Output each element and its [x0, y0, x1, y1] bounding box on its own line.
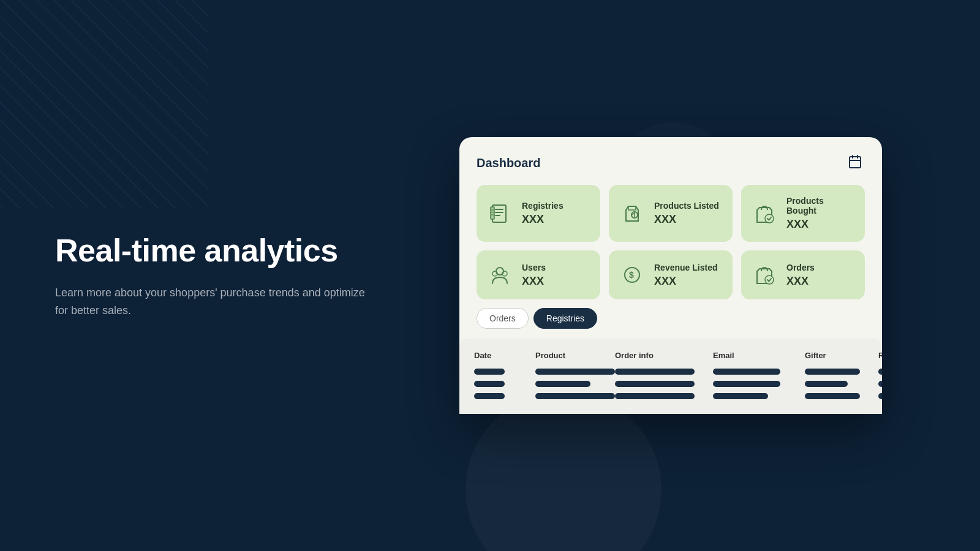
users-info: Users XXX [522, 263, 546, 288]
cell-gifter-2 [805, 381, 878, 387]
table-rows [472, 369, 870, 399]
products-listed-icon [619, 200, 646, 227]
stat-card-revenue-listed: $ Revenue Listed XXX [609, 250, 733, 299]
dashboard-container: Dashboard [459, 137, 882, 414]
subtitle: Learn more about your shoppers' purchase… [55, 284, 374, 320]
cell-orderinfo-1 [615, 369, 713, 375]
registries-label: Registries [522, 201, 564, 211]
table-row [472, 393, 870, 399]
table-row [472, 381, 870, 387]
products-bought-value: XXX [786, 218, 855, 231]
cell-date-1 [474, 369, 535, 375]
products-bought-label: Products Bought [786, 196, 855, 216]
bg-circle-1 [466, 392, 662, 551]
users-icon [486, 261, 513, 288]
cell-email-2 [713, 381, 805, 387]
revenue-listed-value: XXX [654, 275, 717, 288]
cell-gifter-1 [805, 369, 878, 375]
cell-orderinfo-2 [615, 381, 713, 387]
products-listed-label: Products Listed [654, 201, 719, 211]
col-header-date: Date [474, 351, 535, 360]
revenue-listed-icon: $ [619, 261, 646, 288]
cell-email-3 [713, 393, 805, 399]
bg-diagonal [0, 0, 208, 208]
stat-card-products-bought: Products Bought XXX [741, 185, 865, 242]
stats-grid-row1: Registries XXX Products Listed XXX [477, 185, 865, 242]
orders-icon [751, 261, 778, 288]
svg-point-13 [765, 214, 774, 223]
dashboard-title: Dashboard [477, 156, 540, 170]
cell-gifter-3 [805, 393, 878, 399]
cell-date-3 [474, 393, 535, 399]
svg-point-19 [765, 276, 774, 284]
revenue-listed-info: Revenue Listed XXX [654, 263, 717, 288]
products-listed-info: Products Listed XXX [654, 201, 719, 226]
svg-rect-0 [850, 157, 861, 168]
left-content: Real-time analytics Learn more about you… [55, 231, 374, 320]
stat-card-orders: Orders XXX [741, 250, 865, 299]
products-bought-icon [751, 200, 778, 227]
registries-icon [486, 200, 513, 227]
products-listed-value: XXX [654, 213, 719, 226]
orders-info: Orders XXX [786, 263, 815, 288]
col-header-registry: Registry [878, 351, 882, 360]
table-header-row: Date Product Order info Email Gifter Reg… [472, 351, 870, 360]
svg-rect-8 [491, 207, 494, 219]
stat-card-products-listed: Products Listed XXX [609, 185, 733, 242]
cell-registry-2 [878, 381, 882, 387]
col-header-order-info: Order info [615, 351, 713, 360]
cell-product-2 [535, 381, 615, 387]
users-value: XXX [522, 275, 546, 288]
cell-registry-1 [878, 369, 882, 375]
cell-registry-3 [878, 393, 882, 399]
col-header-gifter: Gifter [805, 351, 878, 360]
main-title: Real-time analytics [55, 231, 374, 269]
stat-card-users: Users XXX [477, 250, 600, 299]
cell-email-1 [713, 369, 805, 375]
dashboard-header: Dashboard [477, 154, 865, 171]
dashboard-card: Dashboard [459, 137, 882, 414]
cell-date-2 [474, 381, 535, 387]
revenue-listed-label: Revenue Listed [654, 263, 717, 272]
tabs-section: Orders Registries [477, 308, 865, 329]
cell-product-1 [535, 369, 615, 375]
col-header-email: Email [713, 351, 805, 360]
stats-grid-row2: Users XXX $ Revenue Listed XXX [477, 250, 865, 299]
table-wrapper: Date Product Order info Email Gifter Reg… [459, 339, 882, 414]
table-row [472, 369, 870, 375]
col-header-product: Product [535, 351, 615, 360]
cell-orderinfo-3 [615, 393, 713, 399]
cell-product-3 [535, 393, 615, 399]
registries-info: Registries XXX [522, 201, 564, 226]
products-bought-info: Products Bought XXX [786, 196, 855, 231]
svg-text:$: $ [629, 270, 634, 280]
users-label: Users [522, 263, 546, 272]
orders-label: Orders [786, 263, 815, 272]
stat-card-registries: Registries XXX [477, 185, 600, 242]
orders-value: XXX [786, 275, 815, 288]
tab-registries[interactable]: Registries [533, 308, 597, 329]
tab-orders[interactable]: Orders [477, 308, 529, 329]
registries-value: XXX [522, 213, 564, 226]
calendar-icon[interactable] [848, 154, 865, 171]
